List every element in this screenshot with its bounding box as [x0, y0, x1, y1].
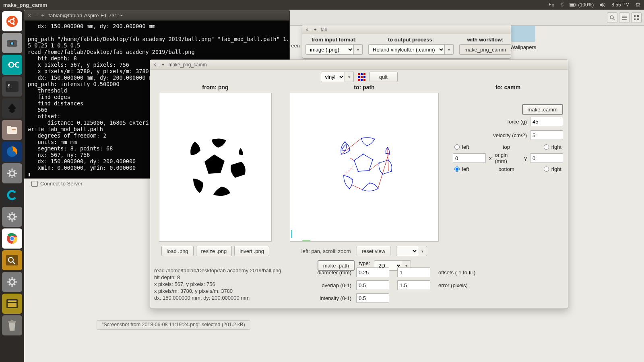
load-png-button[interactable]: load .png: [161, 246, 194, 256]
launcher-dash[interactable]: [2, 11, 22, 31]
unity-launcher: $_: [0, 10, 24, 362]
svg-rect-14: [7, 127, 17, 134]
make-png-camm-window: × – + make_png_camm vinyl▾ quit from: pn…: [150, 60, 568, 309]
svg-point-55: [378, 188, 379, 189]
chevron-down-icon[interactable]: ▾: [445, 44, 454, 55]
bottom-right-radio[interactable]: right: [544, 166, 561, 172]
top-left-radio[interactable]: left: [454, 144, 469, 150]
launcher-terminal[interactable]: $_: [2, 76, 22, 97]
from-format-select[interactable]: image (.png)▾: [305, 44, 363, 55]
quit-button[interactable]: quit: [369, 72, 398, 82]
invert-png-button[interactable]: invert .png: [234, 246, 269, 256]
bottom-left-radio[interactable]: left: [454, 166, 469, 172]
svg-point-19: [10, 214, 14, 219]
launcher-settings-2[interactable]: [2, 207, 22, 227]
fab-window: × – + fab reen from input format: image …: [302, 25, 511, 59]
files-grid-view-button[interactable]: [631, 12, 642, 23]
minimize-icon[interactable]: –: [157, 62, 160, 68]
resize-png-button[interactable]: resize .png: [196, 246, 232, 256]
offsets-input[interactable]: [397, 267, 430, 277]
top-right-radio[interactable]: right: [544, 144, 561, 150]
terminal-titlebar[interactable]: × – + fablab@fablab-Aspire-E1-731: ~: [25, 10, 289, 21]
force-input[interactable]: [530, 117, 563, 126]
png-preview-panel[interactable]: [159, 93, 272, 242]
launcher-settings-3[interactable]: [2, 272, 22, 292]
close-icon[interactable]: ×: [305, 27, 308, 33]
svg-point-54: [362, 189, 363, 191]
maximize-icon[interactable]: +: [41, 12, 44, 19]
network-icon: [31, 181, 38, 187]
error-input[interactable]: [397, 280, 430, 290]
desktop-folder-wallpapers[interactable]: Wallpapers: [507, 24, 539, 50]
top-label: top: [503, 144, 510, 150]
svg-rect-27: [8, 300, 17, 302]
svg-rect-2: [576, 4, 576, 6]
minimize-icon[interactable]: –: [34, 12, 37, 19]
svg-point-42: [354, 160, 355, 161]
session-gear-icon[interactable]: [635, 2, 641, 8]
launcher-screenshot[interactable]: [2, 33, 22, 53]
svg-point-56: [369, 183, 371, 184]
overlap-input[interactable]: [356, 280, 389, 290]
error-label: error (pixels): [438, 282, 491, 288]
close-icon[interactable]: ×: [28, 12, 31, 19]
launcher-app[interactable]: [2, 294, 22, 314]
files-list-view-button[interactable]: [619, 12, 630, 23]
view-select[interactable]: ▾: [396, 246, 427, 256]
fab-titlebar[interactable]: × – + fab: [302, 25, 511, 34]
chevron-down-icon[interactable]: ▾: [418, 246, 427, 256]
network-indicator[interactable]: [549, 2, 554, 8]
launcher-settings-1[interactable]: [2, 163, 22, 183]
desktop-folder-label: Wallpapers: [507, 44, 539, 50]
battery-percent: (100%): [578, 2, 594, 8]
launcher-image-viewer[interactable]: [2, 250, 22, 270]
maximize-icon[interactable]: +: [161, 62, 164, 68]
svg-point-6: [8, 21, 10, 23]
to-process-label: to output process:: [388, 37, 434, 43]
chevron-down-icon[interactable]: ▾: [345, 72, 354, 82]
close-icon[interactable]: ×: [153, 62, 156, 68]
to-path-header: to: path: [354, 84, 374, 90]
svg-rect-28: [8, 303, 17, 307]
launcher-trash[interactable]: [2, 315, 22, 335]
launcher-cura[interactable]: [2, 185, 22, 205]
launcher-arduino[interactable]: [2, 55, 22, 75]
path-preview-panel[interactable]: [290, 93, 439, 242]
launcher-firefox[interactable]: [2, 142, 22, 162]
svg-point-45: [369, 170, 370, 171]
minimize-icon[interactable]: –: [310, 27, 312, 33]
origin-label: origin (mm): [495, 152, 521, 164]
battery-indicator[interactable]: (100%): [570, 2, 594, 8]
svg-point-39: [341, 154, 342, 155]
launcher-inkscape[interactable]: [2, 98, 22, 118]
mpc-title: make_png_camm: [168, 62, 206, 68]
fab-title: fab: [320, 27, 327, 33]
make-camm-button[interactable]: make .camm: [522, 104, 563, 115]
chevron-down-icon[interactable]: ▾: [354, 44, 363, 55]
mpc-titlebar[interactable]: × – + make_png_camm: [150, 60, 568, 70]
svg-point-52: [349, 188, 350, 189]
origin-y-input[interactable]: [530, 153, 563, 163]
launcher-chrome[interactable]: [2, 228, 22, 249]
reset-view-button[interactable]: reset view: [357, 246, 391, 256]
maximize-icon[interactable]: +: [314, 27, 316, 33]
workflow-button[interactable]: make_png_camm: [459, 44, 511, 55]
files-search-button[interactable]: [607, 12, 617, 23]
terminal-title: fablab@fablab-Aspire-E1-731: ~: [48, 12, 123, 19]
bluetooth-indicator[interactable]: [560, 2, 564, 8]
clock[interactable]: 8:55 PM: [611, 2, 630, 8]
connect-to-server-item[interactable]: Connect to Server: [31, 181, 83, 187]
launcher-files[interactable]: [2, 120, 22, 140]
origin-x-input[interactable]: [453, 153, 486, 163]
to-camm-header: to: camm: [453, 84, 563, 90]
velocity-input[interactable]: [530, 130, 563, 140]
svg-rect-15: [7, 126, 11, 128]
to-process-select[interactable]: Roland vinylcutter (.camm)▾: [368, 44, 454, 55]
material-select[interactable]: vinyl▾: [321, 72, 354, 82]
intensity-input[interactable]: [356, 293, 389, 303]
diameter-input[interactable]: [356, 267, 389, 277]
volume-indicator[interactable]: [599, 2, 606, 7]
svg-point-47: [379, 162, 380, 164]
grid-icon[interactable]: [358, 73, 365, 81]
from-format-label: from input format:: [312, 37, 357, 43]
